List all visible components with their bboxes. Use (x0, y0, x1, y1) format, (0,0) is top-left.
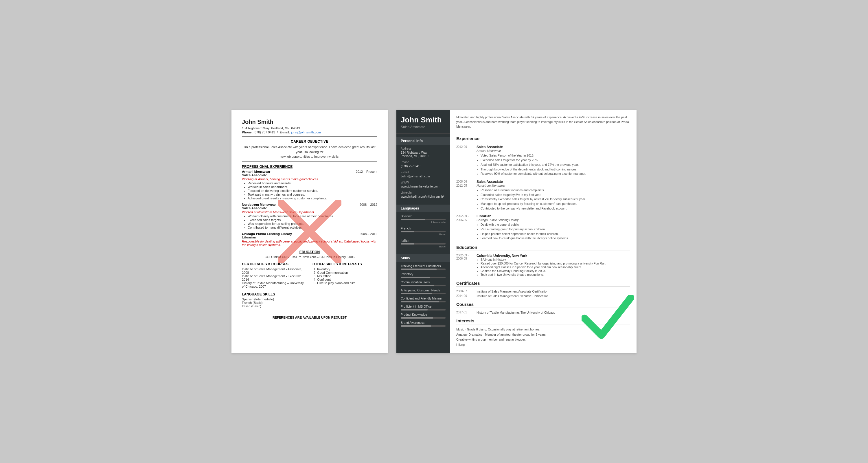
lang-item: French (Basic) (242, 301, 307, 304)
list-item: Dealt with the general public. (480, 222, 630, 227)
skill-product-bar-bg (401, 317, 445, 318)
list-item: Attended night classes in Spanish for a … (480, 265, 630, 269)
exp3-content: Librarian Chicago Public Lending Library… (476, 214, 630, 241)
other-skills-title: OTHER SKILLS & INTERESTS (312, 262, 377, 266)
phone-label: Phone: (242, 130, 253, 134)
list-item: Confident (317, 278, 377, 281)
list-item: Contributed to many different activities… (248, 226, 377, 229)
list-item: Helped parents select appropriate books … (480, 232, 630, 236)
list-item: BA Hons in History. (480, 258, 630, 261)
classic-left-col: CERTIFICATES & COURSES Institute of Sale… (242, 262, 307, 308)
skill-brand-bar-bg (401, 325, 445, 327)
lang-french: French Basic (396, 226, 450, 239)
lang-italian-name: Italian (401, 239, 445, 242)
skill-tracking-name: Tracking Frequent Customers (401, 264, 445, 268)
prof-exp-title: PROFESSIONAL EXPERIENCE (242, 165, 377, 169)
lang-french-bar (401, 231, 414, 233)
phone-block: Phone (678) 757 9413 (396, 161, 450, 171)
skill-tracking-bar (401, 269, 437, 270)
cert-item: Institute of Sales Management - Executiv… (242, 274, 307, 281)
www-block: WWW www.johnsmithswebsite.com (396, 181, 450, 191)
modern-subtitle: Sales Associate (401, 125, 445, 129)
exp2-content: Sales Associate Nordstrom Menswear Resol… (476, 180, 630, 211)
lang-french-level: Basic (401, 233, 445, 236)
career-obj-text: I'm a professional Sales Associate with … (242, 145, 377, 159)
list-item: Focused on delivering excellent customer… (248, 189, 377, 192)
skill-brand-bar (401, 325, 431, 327)
skill-anticipating: Anticipating Customer Needs (396, 288, 450, 297)
lang-item: Italian (Basic) (242, 304, 307, 308)
exp3-bullets: Dealt with the general public. Ran a rea… (480, 222, 630, 241)
lang-spanish: Spanish Intermediate (396, 214, 450, 226)
interest-4: Hiking (456, 343, 630, 347)
classic-job-3: Chicago Public Lending Library 2008 – 20… (242, 232, 377, 247)
list-item: Worked closely with customers, took care… (248, 214, 377, 218)
list-item: Exceeded sales target for the year by 25… (480, 158, 630, 162)
address-block: Address 134 Rightward WayPortland, ME, 0… (396, 147, 450, 161)
job2-bullets: Worked closely with customers, took care… (248, 214, 377, 229)
lang-french-bar-bg (401, 231, 445, 233)
course1-text: History of Textile Manufacturing, The Un… (476, 311, 555, 314)
www-label: WWW (401, 181, 445, 184)
list-item: Exceeded sales target by 5% in my first … (480, 193, 630, 197)
list-item: Managed to up-sell products by focusing … (480, 202, 630, 206)
classic-right-col: OTHER SKILLS & INTERESTS Inventory Good … (312, 262, 377, 308)
interest-1: Music - Grade 8 piano. Occasionally play… (456, 327, 630, 332)
skill-inventory-bar-bg (401, 277, 445, 278)
exp1-bullets: Voted Sales Person of the Year in 2016. … (480, 153, 630, 176)
classic-footer: REFERENCES ARE AVAILABLE UPON REQUEST (242, 314, 377, 319)
interest-3: Creative writing group member and regula… (456, 337, 630, 342)
lang-title-classic: LANGUAGE SKILLS (242, 292, 307, 296)
lang-item: Spanish (Intermediate) (242, 298, 307, 301)
list-item: Took part in many trainings and courses. (248, 193, 377, 196)
skill-communication-bar-bg (401, 285, 445, 286)
job1-header: Armani Menswear 2012 – Present (242, 170, 377, 173)
address-value: 134 Rightward WayPortland, ME, 04019 (401, 151, 445, 158)
experience-section-title: Experience (456, 136, 630, 142)
cert1-text: Institute of Sales Management Associate … (476, 290, 548, 293)
lang-spanish-bar (401, 219, 425, 220)
job1-company: Armani Menswear (242, 170, 270, 173)
list-item: Was responsible for up-selling products. (248, 222, 377, 225)
skill-confident-bar-bg (401, 301, 445, 302)
job3-company: Chicago Public Lending Library (242, 232, 292, 236)
classic-name: John Smith (242, 119, 377, 125)
lang-spanish-level: Intermediate (401, 221, 445, 224)
skill-msoffice-bar (401, 309, 428, 310)
cert1-dates: 2008-07 (456, 290, 476, 293)
skill-tracking: Tracking Frequent Customers (396, 264, 450, 272)
job3-italic: Responsible for dealing with general pub… (242, 240, 377, 247)
job3-title: Librarian (242, 236, 377, 239)
email-block: E-mail John@johnsmith.com (396, 171, 450, 181)
classic-contact: Phone: (678) 757 9413 / E-mail: john@joh… (242, 130, 377, 134)
cert-item: Institute of Sales Management - Associat… (242, 267, 307, 274)
skill-brand-name: Brand Awareness (401, 321, 445, 325)
edu1-bullets: BA Hons in History. Raised over $20,000 … (480, 258, 630, 276)
job2-company: Nordstrom Menswear (242, 203, 276, 206)
modern-name: John Smith (401, 116, 445, 124)
certificates-section-title: Certificates (456, 281, 630, 287)
address-label: Address (401, 147, 445, 150)
job2-header: Nordstrom Menswear 2008 – 2012 (242, 203, 377, 206)
classic-email-link[interactable]: john@johnsmith.com (291, 130, 321, 134)
job3-header: Chicago Public Lending Library 2008 – 20… (242, 232, 377, 236)
list-item: Chaired the University Debating Society … (480, 269, 630, 273)
education-title-classic: EDUCATION (242, 250, 377, 254)
email-label-modern: E-mail (401, 171, 445, 174)
list-item: Achieved great results in resolving cust… (248, 196, 377, 200)
skill-inventory-bar (401, 277, 430, 278)
list-item: Voted Sales Person of the Year in 2016. (480, 153, 630, 158)
list-item: Resolved 92% of customer complaints with… (480, 172, 630, 176)
modern-resume: John Smith Sales Associate Personal Info… (396, 110, 637, 353)
skill-msoffice: Profficient in MS Office (396, 305, 450, 313)
list-item: Took part in two University theatre prod… (480, 273, 630, 276)
exp3-dates: 2002-09 -2006-05 (456, 214, 476, 241)
lang-italian-level: Basic (401, 245, 445, 248)
personal-info-header: Personal Info (396, 137, 450, 145)
email-label-classic: E-mail: (279, 130, 290, 134)
skill-product-name: Product Knowledge (401, 313, 445, 316)
job3-dates: 2008 – 2012 (360, 232, 377, 236)
cert-item: History of Textile Manufacturing – Unive… (242, 281, 307, 288)
exp1-company: Armani Menswear (476, 149, 630, 153)
classic-two-col: CERTIFICATES & COURSES Institute of Sale… (242, 262, 377, 308)
